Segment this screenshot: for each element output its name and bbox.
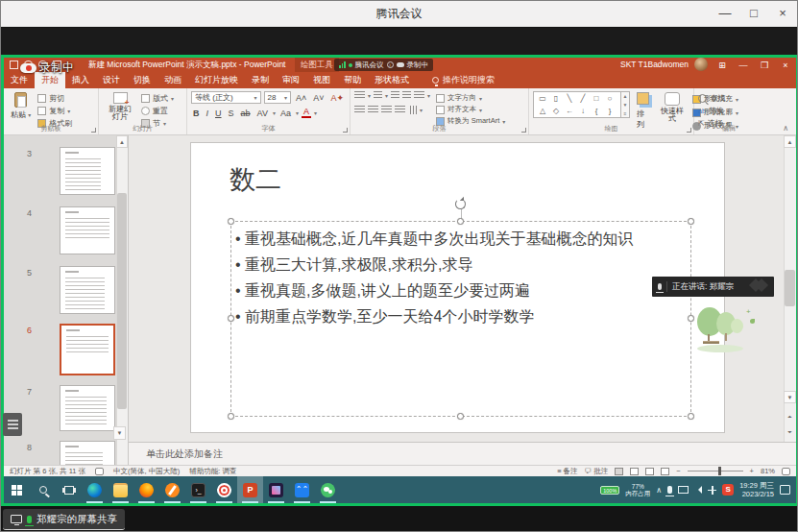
scroll-up-icon[interactable]: ▲ [784, 135, 796, 148]
slide[interactable]: 数二 重视基础概念,近几年真题中多次出现关于基础概念的知识 重视三大计算,求极限… [190, 142, 725, 433]
shape-glyph[interactable]: ╱ [576, 93, 590, 105]
copy-button[interactable]: 复制 ▾ [37, 106, 72, 116]
task-view-button[interactable] [56, 476, 82, 503]
taskbar-recorder-app[interactable] [211, 476, 237, 503]
zoom-out-icon[interactable]: − [676, 467, 680, 475]
slide-title[interactable]: 数二 [230, 162, 281, 197]
maximize-button[interactable]: □ [739, 1, 768, 27]
tray-speaker-icon[interactable] [694, 486, 702, 494]
shape-glyph[interactable]: ← [563, 106, 576, 117]
tab-slideshow[interactable]: 幻灯片放映 [188, 72, 245, 88]
resize-handle[interactable] [228, 413, 234, 420]
shape-glyph[interactable]: ↓ [576, 106, 590, 117]
increase-indent-icon[interactable] [402, 91, 411, 100]
thumbnail-slide-5[interactable]: 5 [4, 266, 117, 314]
taskbar-file-explorer[interactable] [108, 476, 133, 503]
shadow-icon[interactable]: S [227, 109, 236, 118]
tab-review[interactable]: 审阅 [276, 72, 306, 88]
shrink-font-icon[interactable]: A˅ [311, 93, 326, 103]
clear-format-icon[interactable]: A✦ [328, 93, 346, 103]
thumbnail-slide-4[interactable]: 4 [4, 206, 117, 254]
collapse-ribbon-icon[interactable]: ∧ [783, 124, 788, 133]
fit-to-window-icon[interactable] [782, 468, 790, 475]
tell-me-search[interactable]: 操作说明搜索 [425, 72, 501, 88]
notes-pane[interactable]: 单击此处添加备注 [129, 442, 796, 465]
new-slide-button[interactable]: 新建幻灯片 [103, 91, 137, 124]
align-center-icon[interactable] [368, 106, 378, 114]
taskbar-paint-app[interactable] [159, 476, 185, 503]
accessibility-label[interactable]: 辅助功能: 调查 [189, 467, 236, 476]
taskbar-terminal[interactable]: ›_ [185, 476, 211, 503]
meeting-sidebar-toggle[interactable] [3, 413, 22, 436]
shape-gallery-scroll[interactable]: ▲▼≡ [621, 91, 630, 118]
language-label[interactable]: 中文(简体, 中国大陆) [113, 467, 180, 476]
memory-widget[interactable]: 77%内存占用 [625, 483, 650, 496]
align-right-icon[interactable] [381, 106, 392, 114]
clipboard-dialog-launcher-icon[interactable] [91, 128, 96, 133]
tab-help[interactable]: 帮助 [337, 72, 368, 88]
align-left-icon[interactable] [354, 106, 365, 114]
bold-icon[interactable]: B [191, 109, 202, 118]
paste-button[interactable]: 粘贴 ▾ [8, 91, 34, 124]
start-button[interactable] [4, 476, 30, 503]
hidden-icons-chevron[interactable]: ∧ [656, 486, 662, 495]
taskbar-search-button[interactable] [30, 476, 56, 503]
strikethrough-icon[interactable]: ab [239, 109, 253, 118]
previous-slide-icon[interactable]: ⏶ [784, 410, 796, 423]
tab-shape-format[interactable]: 形状格式 [368, 72, 416, 88]
line-spacing-icon[interactable] [414, 91, 424, 100]
account-name[interactable]: SKT T1Badwomen [620, 60, 689, 69]
taskbar-video-app[interactable] [263, 476, 289, 503]
save-icon[interactable] [10, 60, 18, 69]
text-direction-button[interactable]: 文字方向 ▾ [436, 93, 505, 103]
reset-button[interactable]: 重置 [141, 106, 174, 116]
comments-toggle[interactable]: 🗩 批注 [585, 467, 609, 476]
minimize-button[interactable]: — [711, 1, 739, 27]
shape-glyph[interactable]: ╲ [563, 93, 576, 105]
resize-handle[interactable] [688, 315, 694, 322]
underline-icon[interactable]: U [213, 109, 224, 118]
shape-gallery[interactable]: ▭▯╲╱□○ △◇←↓{} [533, 91, 621, 118]
shape-glyph[interactable]: ▭ [536, 93, 549, 105]
next-slide-icon[interactable]: ⏷ [784, 425, 796, 438]
zoom-level[interactable]: 81% [761, 467, 775, 475]
tray-display-icon[interactable] [678, 486, 689, 494]
ppt-close-button[interactable]: × [775, 58, 796, 72]
resize-handle[interactable] [688, 218, 694, 225]
thumbnail-slide-8[interactable]: 8 [4, 441, 117, 465]
tray-move-icon[interactable] [708, 486, 716, 495]
resize-handle[interactable] [457, 218, 464, 225]
shape-glyph[interactable]: ▯ [549, 93, 563, 105]
zoom-slider[interactable] [688, 471, 743, 472]
tray-mic-icon[interactable] [667, 486, 672, 494]
justify-icon[interactable] [395, 106, 405, 114]
decrease-indent-icon[interactable] [391, 91, 399, 100]
shape-glyph[interactable]: □ [590, 93, 603, 105]
font-dialog-launcher-icon[interactable] [343, 128, 348, 133]
drawing-dialog-launcher-icon[interactable] [687, 128, 691, 133]
paragraph-dialog-launcher-icon[interactable] [521, 128, 526, 133]
scroll-down-icon[interactable]: ▼ [784, 391, 796, 403]
zoom-slider-thumb[interactable] [718, 467, 721, 475]
shape-glyph[interactable]: ◇ [549, 106, 563, 117]
action-center-icon[interactable] [780, 485, 790, 495]
ribbon-display-options-icon[interactable]: ⊞ [712, 58, 733, 72]
reading-view-icon[interactable] [645, 468, 654, 475]
columns-icon[interactable] [408, 106, 417, 114]
italic-icon[interactable]: I [205, 109, 211, 118]
taskbar-meeting-app[interactable]: ⌃⌃ [289, 476, 315, 503]
quick-styles-button[interactable]: 快速样式 [656, 91, 689, 124]
slideshow-view-icon[interactable] [661, 468, 669, 475]
scrollbar-thumb[interactable] [785, 270, 795, 306]
ppt-minimize-button[interactable]: — [733, 58, 754, 72]
align-text-button[interactable]: 对齐文本 ▾ [436, 105, 505, 114]
shape-glyph[interactable]: } [603, 106, 617, 117]
clock[interactable]: 19:29 周三2023/2/15 [739, 481, 774, 498]
replace-button[interactable]: ab替换 ▾ [698, 106, 760, 116]
ime-icon[interactable]: S [722, 484, 734, 496]
resize-handle[interactable] [457, 413, 464, 420]
ppt-restore-button[interactable]: ❒ [754, 58, 775, 72]
thumbnail-slide-3[interactable]: 3 [4, 147, 117, 195]
find-button[interactable]: 查找 [698, 93, 760, 104]
taskbar-firefox[interactable] [133, 476, 159, 503]
